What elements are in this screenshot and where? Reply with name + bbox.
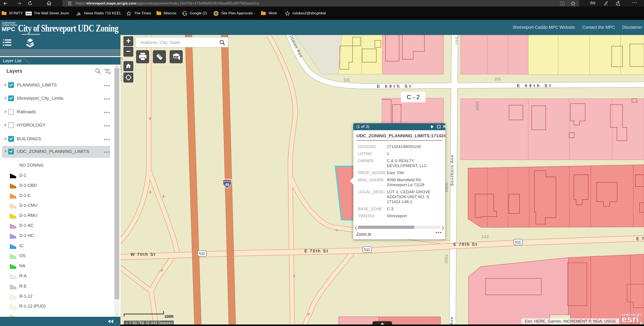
svg-text:W 70th St: W 70th St	[130, 252, 156, 257]
svg-text:49: 49	[225, 183, 229, 187]
svg-text:Sou: Sou	[455, 36, 459, 45]
svg-text:E 69th St: E 69th St	[377, 84, 413, 89]
svg-text:E 69th St: E 69th St	[517, 83, 553, 88]
svg-text:C - 2: C - 2	[407, 94, 420, 100]
svg-text:E 70th St: E 70th St	[304, 249, 329, 253]
svg-text:6900: 6900	[475, 101, 479, 111]
svg-text:E 7: E 7	[636, 236, 644, 241]
svg-text:101: 101	[344, 78, 350, 82]
svg-text:E 70th St: E 70th St	[454, 242, 478, 247]
svg-text:Kansas Cit: Kansas Cit	[120, 57, 124, 81]
svg-text:Southern Ave: Southern Ave	[450, 155, 454, 186]
svg-text:7000: 7000	[444, 254, 448, 264]
svg-text:100ft: 100ft	[164, 315, 174, 319]
svg-text:511: 511	[199, 252, 205, 256]
svg-text:Ave: Ave	[449, 317, 454, 325]
svg-text:511: 511	[364, 248, 370, 252]
svg-text:201: 201	[494, 77, 501, 81]
svg-text:511: 511	[515, 240, 521, 244]
svg-text:242: 242	[482, 235, 489, 239]
